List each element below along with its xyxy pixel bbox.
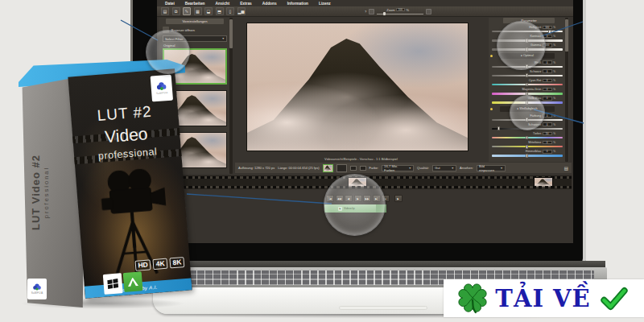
slider-value[interactable]: 0 xyxy=(543,60,552,64)
slider-value[interactable]: 0 xyxy=(543,150,552,154)
flower-icon xyxy=(33,283,41,291)
slider-unit: % xyxy=(553,123,555,126)
monitor-2-icon[interactable] xyxy=(360,166,366,171)
slider-unit: % xyxy=(553,114,555,118)
monitor-icon[interactable] xyxy=(350,166,357,171)
magnifier-bubble-presets xyxy=(146,30,190,74)
slider-value[interactable]: 50 xyxy=(543,132,552,136)
menu-bar: DateiBearbeitenAnsichtExtrasAddonsInform… xyxy=(157,0,573,6)
slider-value[interactable]: 0 xyxy=(543,97,552,101)
slider-value[interactable]: 100 xyxy=(543,26,552,30)
color-label: Farbe: xyxy=(369,166,379,170)
slider-unit: % xyxy=(553,132,555,135)
slider-knob[interactable] xyxy=(497,126,500,130)
brand-name: SaMFUA xyxy=(156,91,168,95)
scrollbar-thumb[interactable] xyxy=(565,19,568,52)
info-bar: Auflösung: 1280 x 720 px Länge: 00:00:04… xyxy=(235,163,572,173)
triangle-logo-icon xyxy=(127,277,138,287)
export-icon[interactable]: ▤ xyxy=(564,166,568,171)
slider-value[interactable]: 0 xyxy=(543,141,552,145)
slider-knob[interactable] xyxy=(526,136,528,140)
slider-unit: % xyxy=(553,79,555,82)
slider-unit: % xyxy=(553,26,555,29)
quality-dropdown-value: Gut xyxy=(435,166,440,170)
help-icon[interactable]: ? xyxy=(365,10,366,14)
quality-label: Qualität: xyxy=(417,166,429,170)
resolution-badge-4k: 4K xyxy=(153,258,168,270)
length-text: Länge: 00:00:04.654 (25 fps) xyxy=(278,166,319,170)
download-label: TẢI VỀ xyxy=(495,285,590,312)
platform-badge xyxy=(123,271,143,292)
slider-unit: % xyxy=(553,97,555,100)
slider-row: Schwarz0% xyxy=(489,69,566,78)
slider-unit: % xyxy=(553,70,555,73)
slider-knob[interactable] xyxy=(526,73,528,77)
transport-loop-button[interactable]: ▶ xyxy=(394,195,402,202)
slider-value[interactable]: 0 xyxy=(543,69,552,73)
slider-value[interactable]: 0 xyxy=(543,79,552,83)
slider-row: Himmelblau0% xyxy=(489,149,566,158)
slider-label: Cyan-Rot xyxy=(529,79,542,82)
slider-knob[interactable] xyxy=(526,145,528,149)
slider-label: Mitteltöne xyxy=(528,141,541,144)
spine-text: LUT Video #2 professional xyxy=(26,116,53,269)
slider-track[interactable] xyxy=(492,146,563,147)
chevron-down-icon: ▼ xyxy=(500,167,503,170)
slider-row: Tiefen50% xyxy=(489,131,566,140)
magnifier-bubble-sliders xyxy=(497,21,546,70)
product-box: LUT Video #2 professional SaMFUA SaMFUA … xyxy=(16,47,189,312)
preview-title: Videoansicht/Beispiele - Vorschau - 1:1 … xyxy=(233,157,489,161)
chevron-down-icon: ▼ xyxy=(451,167,454,170)
parameters-scrollbar[interactable] xyxy=(565,18,568,162)
slider-row-head: Tiefen50% xyxy=(489,131,566,136)
zoom-value[interactable]: 100 xyxy=(396,8,405,12)
section-indicator-dot xyxy=(490,108,493,110)
slider-track[interactable] xyxy=(492,75,563,76)
download-button[interactable]: TẢI VỀ xyxy=(444,279,644,317)
slider-unit: % xyxy=(553,150,555,153)
zoom-widget: ? Zoom 100 % xyxy=(365,6,431,17)
chevron-down-icon: ▼ xyxy=(221,37,225,40)
video-preview xyxy=(246,23,469,151)
color-dropdown[interactable]: 16,7 Mio. Farben ▼ xyxy=(382,165,414,171)
slider-label: Himmelblau xyxy=(526,150,541,153)
view-toggle[interactable] xyxy=(336,164,347,172)
magnifier-bubble-whitebalance xyxy=(510,95,545,130)
slider-track[interactable] xyxy=(492,137,563,138)
resolution-badge-hd: HD xyxy=(135,259,151,270)
spine-title: LUT Video #2 xyxy=(30,155,42,230)
scrollbar-thumb[interactable] xyxy=(229,19,233,48)
slider-knob[interactable] xyxy=(548,30,551,34)
presets-scrollbar[interactable] xyxy=(229,18,233,174)
section-indicator-dot xyxy=(490,55,493,57)
zoom-label: Zoom xyxy=(386,8,394,12)
color-dropdown-value: 16,7 Mio. Farben xyxy=(384,164,408,172)
slider-track[interactable] xyxy=(492,84,563,85)
slider-row: Mitteltöne0% xyxy=(489,140,566,149)
presets-tab[interactable]: Voreinstellungen xyxy=(166,19,224,24)
magnifier-bubble-transport xyxy=(324,174,386,236)
zoom-in-icon[interactable] xyxy=(426,9,431,14)
windows-logo-icon xyxy=(107,279,118,289)
quality-dropdown[interactable]: Gut ▼ xyxy=(432,165,456,171)
slider-knob[interactable] xyxy=(526,154,528,158)
checkmark-icon xyxy=(598,284,630,313)
slider-unit: % xyxy=(553,141,555,144)
timeline-frame-thumb[interactable] xyxy=(534,177,553,188)
zoom-slider[interactable]: Zoom 100 % xyxy=(377,8,423,16)
slider-track[interactable] xyxy=(492,155,563,156)
trackpad-notch xyxy=(339,306,427,310)
slider-label: Schwarz xyxy=(530,70,541,73)
view-dropdown[interactable]: Bild einpassen ▼ xyxy=(477,165,506,171)
view-dropdown-value: Bild einpassen xyxy=(479,164,500,172)
slider-value[interactable]: 0 xyxy=(543,122,552,126)
clover-icon xyxy=(457,283,488,314)
view-toggle-active[interactable] xyxy=(323,164,333,172)
zoom-out-icon[interactable] xyxy=(369,9,374,14)
brand-badge: SaMFUA xyxy=(151,75,173,102)
slider-value[interactable]: 0 xyxy=(543,88,552,92)
zoom-slider-knob[interactable] xyxy=(383,12,386,15)
flower-icon xyxy=(156,81,167,91)
slider-unit: % xyxy=(553,43,555,47)
slider-knob[interactable] xyxy=(526,83,528,87)
